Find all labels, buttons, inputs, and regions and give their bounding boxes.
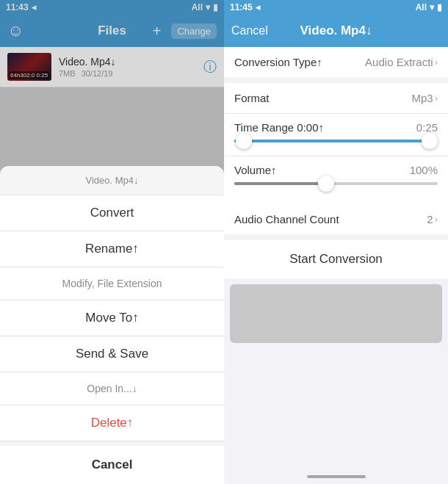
volume-fill: [234, 182, 326, 185]
conversion-type-section: Conversion Type↑ Audio Extracti ›: [224, 47, 448, 77]
format-label: Format: [234, 92, 411, 104]
volume-label: Volume↑: [234, 164, 277, 176]
conversion-type-value: Audio Extracti ›: [365, 56, 438, 68]
delete-label: Delete↑: [91, 416, 134, 430]
modify-extension-label: Modify, File Extension: [62, 278, 162, 289]
conversion-type-text: Audio Extracti: [365, 56, 433, 68]
time-range-thumb-left[interactable]: [236, 133, 252, 149]
action-open-in[interactable]: Open In...↓: [0, 372, 224, 405]
volume-row: Volume↑ 100%: [224, 156, 448, 198]
convert-label: Convert: [90, 206, 134, 220]
open-in-label: Open In...↓: [87, 383, 137, 394]
action-sheet: Video. Mp4↓ Convert Rename↑ Modify, File…: [0, 166, 224, 484]
format-section: Format Mp3 › Time Range 0:00↑ 0:25: [224, 83, 448, 234]
right-time: 11:45: [230, 2, 253, 12]
format-text: Mp3: [411, 92, 433, 104]
gray-placeholder-box: [230, 284, 442, 343]
audio-channel-row[interactable]: Audio Channel Count 2 ›: [224, 204, 448, 234]
conversion-type-label: Conversion Type↑: [234, 56, 365, 68]
start-conversion-section: Start Conversion: [224, 240, 448, 278]
right-status-left: 11:45 ◂: [230, 2, 260, 12]
volume-header: Volume↑ 100%: [234, 164, 438, 176]
right-location-icon: ◂: [256, 2, 260, 12]
home-bar: [307, 475, 366, 478]
right-nav-title: Video. Mp4↓: [300, 24, 372, 38]
audio-channel-value: 2 ›: [427, 213, 438, 225]
move-to-label: Move To↑: [85, 311, 138, 325]
right-battery-icon: ▮: [437, 2, 442, 12]
format-chevron: ›: [435, 93, 438, 104]
start-conversion-button[interactable]: Start Conversion: [224, 240, 448, 278]
rename-label: Rename↑: [85, 242, 139, 256]
time-range-thumb-right[interactable]: [422, 133, 438, 149]
cancel-button[interactable]: Cancel: [231, 24, 268, 37]
time-range-header: Time Range 0:00↑ 0:25: [234, 121, 438, 134]
format-row[interactable]: Format Mp3 ›: [224, 83, 448, 114]
action-rename[interactable]: Rename↑: [0, 231, 224, 267]
audio-channel-text: 2: [427, 213, 433, 225]
format-value: Mp3 ›: [411, 92, 438, 104]
audio-channel-chevron: ›: [435, 214, 438, 225]
action-move-to[interactable]: Move To↑: [0, 300, 224, 336]
time-range-section: Time Range 0:00↑ 0:25 Volume↑ 100%: [224, 114, 448, 198]
time-range-label: Time Range 0:00↑: [234, 121, 324, 134]
action-send-save[interactable]: Send & Save: [0, 336, 224, 372]
right-home-indicator: [224, 469, 448, 484]
right-status-right: All ▾ ▮: [416, 2, 442, 12]
volume-track[interactable]: [234, 182, 438, 185]
action-delete[interactable]: Delete↑: [0, 405, 224, 441]
conversion-type-row[interactable]: Conversion Type↑ Audio Extracti ›: [224, 47, 448, 77]
left-panel: 11:43 ◂ All ▾ ▮ ☺ Files + Change 64h302:…: [0, 0, 224, 484]
action-modify-extension[interactable]: Modify, File Extension: [0, 267, 224, 300]
time-range-fill: [234, 140, 433, 142]
time-range-value: 0:25: [416, 121, 438, 134]
right-nav-bar: Cancel Video. Mp4↓: [224, 15, 448, 47]
time-range-track[interactable]: [234, 140, 438, 142]
action-convert[interactable]: Convert: [0, 195, 224, 231]
audio-channel-label: Audio Channel Count: [234, 213, 427, 225]
right-wifi-icon: ▾: [430, 2, 434, 12]
volume-thumb[interactable]: [318, 176, 334, 192]
volume-value: 100%: [410, 164, 438, 176]
action-cancel[interactable]: Cancel: [0, 446, 224, 484]
action-sheet-header: Video. Mp4↓: [0, 166, 224, 195]
right-content: Conversion Type↑ Audio Extracti › Format…: [224, 47, 448, 469]
send-save-label: Send & Save: [76, 347, 148, 361]
right-network: All: [416, 2, 427, 12]
time-range-row: Time Range 0:00↑ 0:25: [224, 114, 448, 156]
conversion-type-chevron: ›: [435, 57, 438, 68]
action-sheet-overlay: Video. Mp4↓ Convert Rename↑ Modify, File…: [0, 0, 224, 484]
right-status-bar: 11:45 ◂ All ▾ ▮: [224, 0, 448, 15]
right-panel: 11:45 ◂ All ▾ ▮ Cancel Video. Mp4↓ Conve…: [224, 0, 448, 484]
